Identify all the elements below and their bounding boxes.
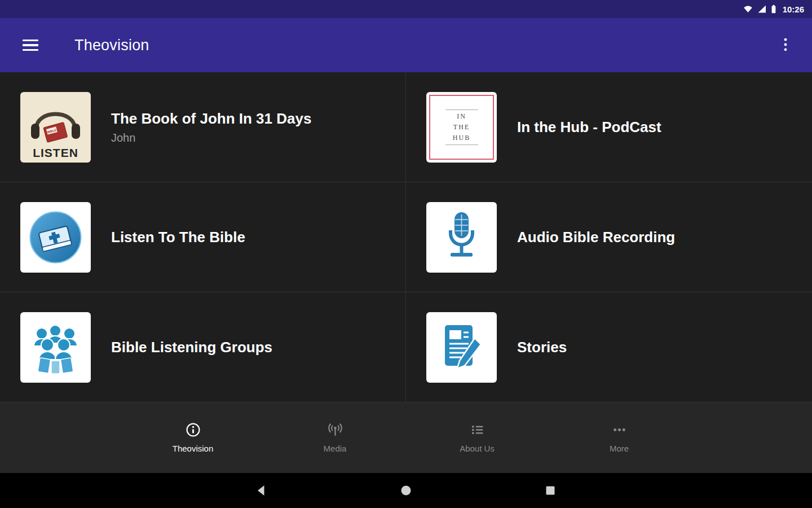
back-button[interactable] bbox=[251, 480, 272, 501]
people-group-icon bbox=[20, 312, 91, 383]
item-title: Bible Listening Groups bbox=[111, 339, 272, 356]
recents-square-icon bbox=[544, 484, 557, 497]
broadcast-icon bbox=[328, 422, 343, 437]
nav-item-about-us[interactable]: About Us bbox=[406, 422, 548, 453]
nav-label: Theovision bbox=[173, 444, 214, 453]
hamburger-menu-icon[interactable] bbox=[20, 36, 41, 55]
item-title: The Book of John In 31 Days bbox=[111, 110, 311, 128]
grid-item-listen-to-the-bible[interactable]: Listen To The Bible bbox=[0, 182, 406, 292]
nav-item-media[interactable]: Media bbox=[264, 422, 406, 453]
grid-item-stories[interactable]: Stories bbox=[406, 292, 812, 402]
grid-item-in-the-hub[interactable]: IN THE HUB In the Hub - PodCast bbox=[406, 72, 812, 182]
item-title: In the Hub - PodCast bbox=[517, 119, 661, 136]
bottom-nav: Theovision Media About Us More bbox=[0, 402, 812, 473]
info-icon bbox=[186, 422, 201, 437]
app-title: Theovision bbox=[74, 37, 149, 54]
wifi-icon bbox=[743, 5, 753, 13]
item-subtitle: John bbox=[111, 132, 311, 144]
list-icon bbox=[470, 422, 485, 437]
nav-label: About Us bbox=[460, 444, 495, 453]
john-album-art-icon: BIBLE LISTEN bbox=[20, 92, 91, 163]
microphone-icon bbox=[426, 202, 497, 273]
grid-item-book-of-john[interactable]: BIBLE LISTEN The Book of John In 31 Days… bbox=[0, 72, 406, 182]
bible-circle-icon bbox=[20, 202, 91, 273]
back-triangle-icon bbox=[255, 484, 268, 497]
status-time: 10:26 bbox=[783, 5, 804, 14]
cell-signal-icon bbox=[757, 5, 766, 13]
nav-item-more[interactable]: More bbox=[548, 422, 690, 453]
document-pen-icon bbox=[426, 312, 497, 383]
nav-label: Media bbox=[324, 444, 347, 453]
in-the-hub-art-icon: IN THE HUB bbox=[426, 92, 497, 163]
grid-item-bible-listening-groups[interactable]: Bible Listening Groups bbox=[0, 292, 406, 402]
overflow-menu-icon[interactable] bbox=[779, 36, 792, 55]
nav-item-theovision[interactable]: Theovision bbox=[122, 422, 264, 453]
home-circle-icon bbox=[399, 484, 413, 497]
item-title: Audio Bible Recording bbox=[517, 229, 675, 246]
grid-item-audio-bible-recording[interactable]: Audio Bible Recording bbox=[406, 182, 812, 292]
app-bar: Theovision bbox=[0, 18, 812, 72]
recents-button[interactable] bbox=[540, 480, 561, 501]
content-grid: BIBLE LISTEN The Book of John In 31 Days… bbox=[0, 72, 812, 402]
status-bar: 10:26 bbox=[0, 0, 812, 18]
system-nav-bar bbox=[0, 473, 812, 508]
nav-label: More bbox=[610, 444, 629, 453]
item-title: Stories bbox=[517, 339, 567, 356]
more-horizontal-icon bbox=[612, 422, 627, 437]
item-title: Listen To The Bible bbox=[111, 229, 245, 246]
john-album-listen-text: LISTEN bbox=[20, 146, 91, 160]
battery-icon bbox=[771, 5, 776, 14]
home-button[interactable] bbox=[396, 480, 416, 501]
